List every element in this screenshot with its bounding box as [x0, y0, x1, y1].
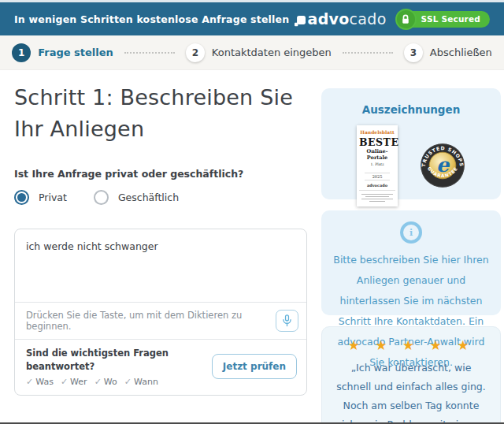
check-icon: ✓ [61, 377, 68, 387]
questions-check-section: Sind die wichtigsten Fragen beantwortet?… [15, 339, 306, 395]
handelsblatt-year: 2025 [365, 173, 391, 180]
logo-text: advocado [308, 12, 387, 27]
questions-check-text: Sind die wichtigsten Fragen beantwortet?… [26, 347, 191, 387]
info-box-card: i Bitte beschreiben Sie hier Ihren Anlie… [321, 210, 501, 315]
anliegen-card: ich werde nicht schwanger Drücken Sie di… [14, 229, 307, 396]
header: In wenigen Schritten kostenlose Anfrage … [0, 2, 504, 35]
lock-icon [395, 9, 417, 30]
dictation-hint: Drücken Sie die Taste, um mit dem Diktie… [26, 310, 276, 332]
page-title: Schritt 1: Beschreiben Sie Ihr Anliegen [14, 82, 307, 145]
radio-geschaeftlich[interactable]: Geschäftlich [94, 190, 179, 205]
step-connector [124, 52, 175, 54]
type-radio-group: Privat Geschäftlich [14, 190, 307, 205]
awards-card: Auszeichnungen Handelsblatt BESTE Online… [321, 88, 501, 199]
jetzt-pruefen-button[interactable]: Jetzt prüfen [212, 354, 297, 379]
microphone-button[interactable] [276, 310, 298, 332]
step-2-label: Kontaktdaten eingeben [212, 46, 332, 58]
handelsblatt-subline: Online-Portale [359, 148, 395, 161]
handelsblatt-headline: BESTE [359, 136, 395, 148]
check-item-wo: ✓Wo [94, 377, 117, 387]
page-content: Schritt 1: Beschreiben Sie Ihr Anliegen … [0, 70, 504, 423]
info-sidebar: Auszeichnungen Handelsblatt BESTE Online… [321, 88, 501, 424]
step-1-label: Frage stellen [38, 46, 113, 58]
awards-title: Auszeichnungen [321, 103, 501, 116]
form-column: Schritt 1: Beschreiben Sie Ihr Anliegen … [14, 70, 307, 424]
step-3-abschliessen[interactable]: 3 Abschließen [404, 43, 492, 62]
handelsblatt-award-badge: Handelsblatt BESTE Online-Portale 1. Pla… [357, 125, 398, 206]
handelsblatt-winner: advocado [359, 183, 395, 188]
step-3-label: Abschließen [430, 46, 492, 58]
radio-geschaeftlich-control[interactable] [94, 190, 109, 205]
radio-privat-control[interactable] [14, 190, 29, 205]
anliegen-textarea[interactable]: ich werde nicht schwanger [15, 229, 306, 302]
step-2-circle: 2 [186, 43, 205, 62]
info-icon: i [400, 221, 422, 244]
check-icon: ✓ [94, 377, 102, 387]
check-icon: ✓ [124, 377, 132, 387]
radio-geschaeftlich-label: Geschäftlich [118, 192, 179, 203]
progress-stepper: 1 Frage stellen 2 Kontaktdaten eingeben … [0, 35, 504, 70]
step-1-circle: 1 [12, 43, 31, 62]
five-star-rating: ★ ★ ★ ★ ★ [322, 337, 500, 353]
advocado-logo[interactable]: advocado [295, 12, 387, 27]
ssl-secured-badge: SSL Secured [398, 11, 490, 28]
check-item-wann: ✓Wann [124, 377, 158, 387]
header-tagline: In wenigen Schritten kostenlose Anfrage … [14, 13, 289, 25]
step-1-frage-stellen[interactable]: 1 Frage stellen [12, 43, 113, 62]
check-item-was: ✓Was [26, 377, 54, 387]
microphone-icon [282, 314, 292, 327]
trusted-shops-badge: e TRUSTED SHOPS GUARANTEE [420, 143, 465, 188]
type-question-label: Ist Ihre Anfrage privat oder geschäftlic… [14, 168, 307, 180]
awards-badges: Handelsblatt BESTE Online-Portale 1. Pla… [321, 125, 501, 206]
handelsblatt-fineprint [359, 190, 395, 202]
handelsblatt-rank: 1. Platz [359, 162, 395, 166]
questions-check-title: Sind die wichtigsten Fragen beantwortet? [26, 347, 191, 374]
radio-privat-label: Privat [39, 192, 67, 203]
handelsblatt-brand: Handelsblatt [359, 129, 395, 135]
check-item-wer: ✓Wer [61, 377, 87, 387]
testimonial-card: ★ ★ ★ ★ ★ „Ich war überrascht, wie schne… [321, 326, 501, 424]
step-2-kontaktdaten[interactable]: 2 Kontaktdaten eingeben [186, 43, 332, 62]
step-connector [343, 52, 393, 54]
testimonial-quote: „Ich war überrascht, wie schnell und ein… [335, 359, 487, 424]
radio-privat[interactable]: Privat [14, 190, 67, 205]
check-icon: ✓ [26, 377, 33, 387]
advocado-logo-icon [295, 16, 306, 27]
questions-check-list: ✓Was ✓Wer ✓Wo ✓Wann [26, 377, 191, 387]
step-3-circle: 3 [404, 43, 423, 62]
header-right: advocado SSL Secured [295, 11, 490, 28]
dictation-row: Drücken Sie die Taste, um mit dem Diktie… [15, 302, 306, 339]
